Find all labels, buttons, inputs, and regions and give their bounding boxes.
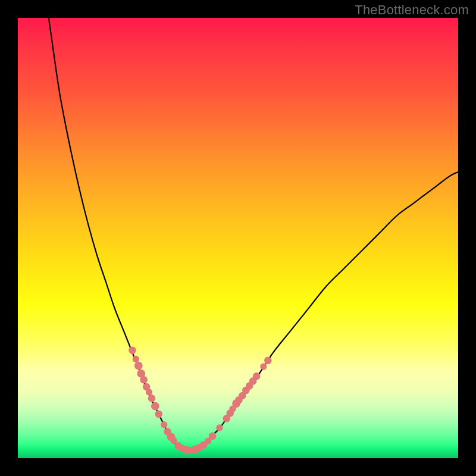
data-dot bbox=[129, 346, 136, 354]
data-dot bbox=[151, 402, 159, 411]
data-dot bbox=[155, 411, 163, 418]
watermark-text: TheBottleneck.com bbox=[355, 2, 469, 18]
plot-area bbox=[18, 18, 458, 458]
data-dot bbox=[253, 372, 261, 380]
data-dot bbox=[140, 376, 148, 384]
bottleneck-curve bbox=[49, 18, 458, 450]
data-dot bbox=[216, 424, 223, 431]
chart-svg bbox=[18, 18, 458, 458]
data-dot bbox=[260, 363, 267, 369]
data-dot bbox=[264, 356, 272, 364]
data-dots bbox=[129, 346, 271, 454]
data-dot bbox=[134, 362, 143, 370]
outer-frame: TheBottleneck.com bbox=[0, 0, 476, 476]
data-dot bbox=[161, 421, 167, 428]
data-dot bbox=[209, 433, 217, 440]
data-dot bbox=[148, 394, 156, 402]
curve-path bbox=[49, 18, 458, 450]
data-dot bbox=[133, 356, 139, 362]
data-dot bbox=[146, 389, 152, 395]
